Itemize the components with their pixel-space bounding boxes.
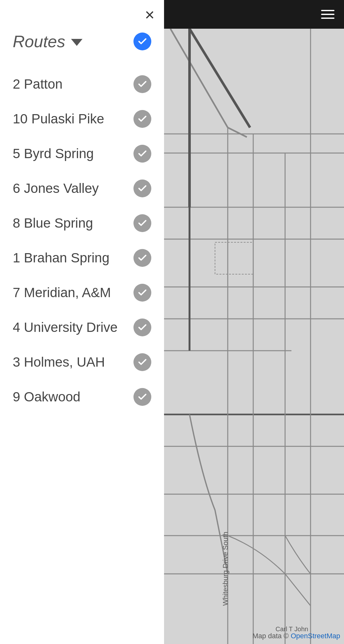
route-check-icon[interactable] <box>133 179 151 197</box>
route-check-icon[interactable] <box>133 75 151 93</box>
route-list: 2 Patton 10 Pulaski Pike 5 Byrd Spring 6… <box>0 64 164 418</box>
route-check-icon[interactable] <box>133 318 151 336</box>
routes-title-group[interactable]: Routes <box>13 32 82 51</box>
route-item[interactable]: 9 Oakwood <box>13 380 151 414</box>
route-item[interactable]: 6 Jones Valley <box>13 171 151 206</box>
route-check-icon[interactable] <box>133 145 151 163</box>
routes-header: Routes <box>0 0 164 64</box>
route-name: 5 Byrd Spring <box>13 146 94 161</box>
route-item[interactable]: 4 University Drive <box>13 310 151 345</box>
route-name: 9 Oakwood <box>13 389 80 405</box>
route-item[interactable]: 10 Pulaski Pike <box>13 102 151 136</box>
routes-select-all-button[interactable] <box>133 33 151 50</box>
menu-button[interactable] <box>321 10 334 19</box>
route-item[interactable]: 3 Holmes, UAH <box>13 345 151 380</box>
route-name: 6 Jones Valley <box>13 181 99 196</box>
routes-title: Routes <box>13 32 65 51</box>
svg-rect-0 <box>164 0 344 644</box>
route-name: 8 Blue Spring <box>13 216 93 231</box>
route-name: 3 Holmes, UAH <box>13 355 105 370</box>
route-name: 10 Pulaski Pike <box>13 111 104 127</box>
route-check-icon[interactable] <box>133 284 151 302</box>
map-container: Whitesburg Drive South Carl T John <box>164 0 344 644</box>
route-check-icon[interactable] <box>133 353 151 371</box>
route-name: 1 Brahan Spring <box>13 250 110 266</box>
dropdown-arrow-icon <box>71 39 82 46</box>
svg-text:Carl T John: Carl T John <box>276 626 308 633</box>
route-item[interactable]: 7 Meridian, A&M <box>13 275 151 310</box>
map-attribution: Map data © OpenStreetMap <box>253 632 340 640</box>
close-button[interactable]: × <box>145 6 154 23</box>
route-item[interactable]: 5 Byrd Spring <box>13 136 151 171</box>
route-name: 4 University Drive <box>13 320 118 335</box>
route-item[interactable]: 8 Blue Spring <box>13 206 151 241</box>
route-item[interactable]: 2 Patton <box>13 67 151 102</box>
left-panel: × Routes 2 Patton 10 Pulaski Pike 5 Byrd… <box>0 0 164 644</box>
route-check-icon[interactable] <box>133 214 151 232</box>
route-name: 2 Patton <box>13 77 62 92</box>
route-check-icon[interactable] <box>133 388 151 406</box>
attribution-prefix: Map data © <box>253 632 291 640</box>
route-item[interactable]: 1 Brahan Spring <box>13 241 151 275</box>
top-bar <box>164 0 344 29</box>
route-check-icon[interactable] <box>133 249 151 267</box>
svg-text:Whitesburg Drive South: Whitesburg Drive South <box>221 532 229 606</box>
route-name: 7 Meridian, A&M <box>13 285 111 300</box>
attribution-link[interactable]: OpenStreetMap <box>291 632 340 640</box>
route-check-icon[interactable] <box>133 110 151 128</box>
